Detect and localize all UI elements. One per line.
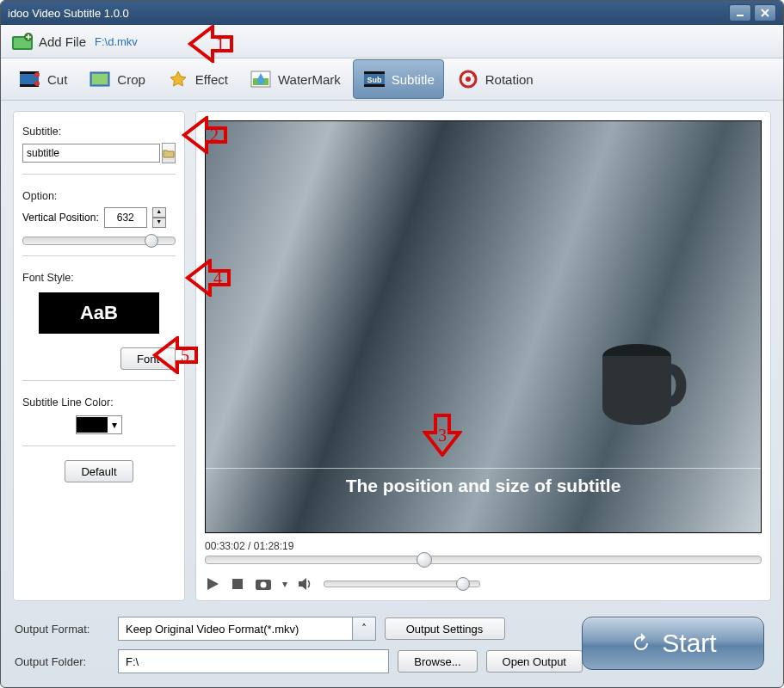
- output-format-label: Output Format:: [15, 623, 109, 636]
- subtitle-position-line: [206, 468, 761, 469]
- browse-subtitle-button[interactable]: [162, 143, 176, 163]
- video-preview: The position and size of subtitle 3: [205, 120, 762, 533]
- volume-slider[interactable]: [324, 580, 480, 587]
- time-current: 00:33:02: [205, 540, 245, 552]
- add-file-bar: Add File F:\d.mkv: [1, 25, 783, 58]
- output-settings-button[interactable]: Output Settings: [385, 617, 505, 640]
- player-controls: ▾: [205, 576, 762, 592]
- svg-text:1: 1: [216, 34, 225, 53]
- close-button[interactable]: [754, 4, 776, 22]
- output-bar: Output Format: ˄ Output Settings Start O…: [1, 608, 783, 687]
- output-folder-input[interactable]: [119, 650, 388, 673]
- titlebar: idoo Video Subtitle 1.0.0: [1, 1, 783, 25]
- stop-button[interactable]: [231, 577, 244, 591]
- cut-icon: [18, 68, 42, 90]
- refresh-icon: [629, 631, 653, 655]
- vpos-spin-down[interactable]: ▼: [152, 218, 166, 228]
- snapshot-button[interactable]: [255, 577, 272, 591]
- effect-icon: [166, 68, 190, 90]
- output-format-combo[interactable]: ˄: [118, 617, 376, 641]
- subtitle-file-label: Subtitle:: [22, 126, 176, 138]
- tab-cut[interactable]: Cut: [9, 60, 76, 98]
- vertical-position-label: Vertical Position:: [22, 212, 99, 224]
- time-total: 01:28:19: [254, 540, 294, 552]
- add-file-icon: [11, 32, 34, 51]
- window-title: idoo Video Subtitle 1.0.0: [8, 7, 729, 20]
- subtitle-overlay-text: The position and size of subtitle: [206, 476, 761, 496]
- video-content-mug: [577, 322, 706, 442]
- annotation-arrow-5: 5: [151, 336, 198, 374]
- open-output-button[interactable]: Open Output: [486, 650, 583, 673]
- annotation-arrow-3: 3: [423, 414, 462, 457]
- svg-text:3: 3: [438, 426, 447, 445]
- vpos-spin-up[interactable]: ▲: [152, 207, 166, 218]
- output-folder-label: Output Folder:: [15, 655, 109, 668]
- svg-rect-17: [364, 84, 385, 87]
- tab-crop[interactable]: Crop: [79, 60, 154, 98]
- tab-subtitle[interactable]: Sub Subtitle: [353, 59, 444, 99]
- svg-rect-12: [92, 74, 108, 84]
- svg-point-25: [261, 582, 267, 588]
- snapshot-menu[interactable]: ▾: [282, 578, 287, 590]
- svg-rect-23: [232, 579, 243, 589]
- svg-text:2: 2: [210, 126, 219, 144]
- chevron-up-icon[interactable]: ˄: [352, 617, 375, 640]
- minimize-button[interactable]: [729, 4, 751, 22]
- svg-point-9: [34, 72, 40, 77]
- svg-text:5: 5: [181, 346, 189, 365]
- folder-icon: [163, 148, 175, 158]
- add-file-label: Add File: [39, 34, 86, 49]
- vertical-position-slider[interactable]: [22, 236, 176, 245]
- play-button[interactable]: [205, 576, 220, 592]
- loaded-file-path: F:\d.mkv: [95, 35, 138, 48]
- video-preview-panel: The position and size of subtitle 3 00:3…: [195, 111, 771, 601]
- browse-folder-button[interactable]: Browse...: [398, 650, 477, 673]
- content-area: Subtitle: Option: Vertical Position: ▲ ▼: [1, 101, 783, 608]
- annotation-arrow-1: 1: [187, 25, 233, 63]
- volume-icon[interactable]: [298, 577, 313, 591]
- output-format-value[interactable]: [119, 617, 352, 640]
- color-preview: [77, 417, 108, 433]
- svg-point-10: [34, 81, 40, 86]
- font-style-label: Font Style:: [22, 272, 176, 284]
- subtitle-line-color-label: Subtitle Line Color:: [22, 396, 176, 408]
- main-toolbar: Cut Crop Effect WaterMark Sub Subtitle R…: [1, 58, 783, 101]
- annotation-arrow-4: 4: [184, 259, 231, 297]
- annotation-arrow-2: 2: [181, 116, 227, 154]
- watermark-icon: [249, 68, 273, 90]
- add-file-button[interactable]: Add File: [11, 32, 86, 51]
- svg-point-20: [466, 77, 471, 82]
- vertical-position-input[interactable]: [104, 207, 147, 228]
- default-button[interactable]: Default: [65, 460, 133, 482]
- subtitle-line-color-picker[interactable]: ▾: [76, 415, 122, 434]
- seek-slider[interactable]: [205, 556, 762, 564]
- subtitle-icon: Sub: [362, 68, 386, 90]
- rotation-icon: [456, 68, 480, 90]
- font-preview: AaB: [39, 292, 159, 334]
- start-button[interactable]: Start: [582, 617, 764, 670]
- tab-watermark[interactable]: WaterMark: [240, 60, 349, 98]
- output-folder-field: [118, 649, 389, 673]
- svg-text:4: 4: [213, 268, 222, 287]
- app-window: idoo Video Subtitle 1.0.0 Add File F:\d.…: [0, 0, 784, 688]
- option-label: Option:: [22, 190, 176, 202]
- svg-text:Sub: Sub: [367, 76, 382, 84]
- crop-icon: [88, 68, 112, 90]
- svg-rect-16: [364, 71, 385, 74]
- tab-effect[interactable]: Effect: [157, 60, 237, 98]
- playback-time: 00:33:02 / 01:28:19: [205, 540, 762, 552]
- subtitle-file-input[interactable]: [22, 144, 160, 163]
- chevron-down-icon: ▾: [108, 419, 121, 431]
- tab-rotation[interactable]: Rotation: [448, 60, 542, 98]
